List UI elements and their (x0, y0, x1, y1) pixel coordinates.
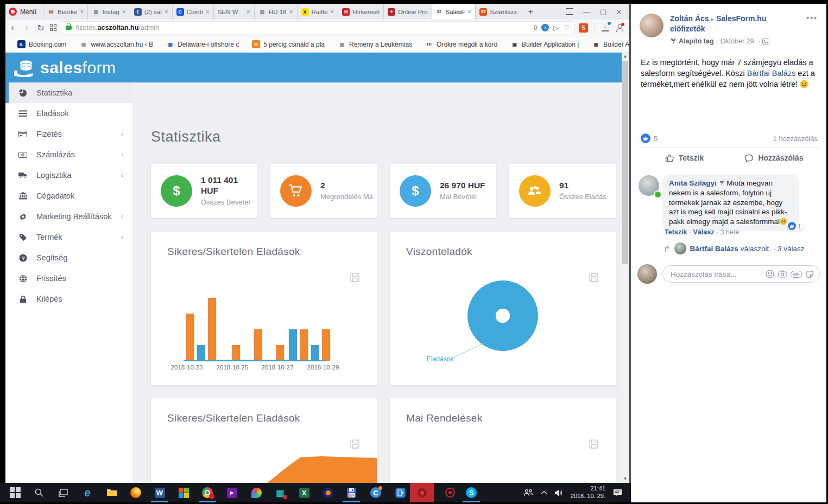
taskbar-photos-button[interactable]: ▦ (274, 486, 287, 499)
tab-close-icon[interactable]: × (80, 8, 84, 16)
sidebar-item-számlázás[interactable]: $Számlázás‹ (5, 144, 132, 165)
like-thumb-icon[interactable] (641, 133, 650, 143)
adblock-shield-icon[interactable]: × (541, 24, 549, 31)
bookmark-item[interactable]: ▣Builder Application | | (585, 40, 629, 48)
reply-summary-row[interactable]: ↳ Bártfai Balázs válaszolt. · 3 válasz (663, 243, 804, 254)
bookmark-item[interactable]: ▣Builder Application | (504, 40, 585, 48)
taskbar-ball-button[interactable] (321, 486, 334, 499)
taskbar-clock[interactable]: 21:41 2018. 10. 29. (571, 485, 605, 500)
gif-icon[interactable]: GIF (791, 271, 802, 278)
taskbar-ccleaner-button[interactable]: C (369, 486, 382, 499)
taskbar-red-gear-button[interactable] (444, 486, 457, 499)
tab-instag[interactable]: ▤Instag× (87, 4, 129, 20)
mention-link[interactable]: Bártfai Balázs (747, 69, 795, 78)
bookmark-item[interactable]: ▤www.acszoltan.hu ‹ B (73, 40, 160, 48)
sidebar-item-eladások[interactable]: Eladások (5, 103, 132, 124)
taskbar-search-button[interactable] (33, 486, 46, 499)
tab-close-icon[interactable]: × (289, 8, 293, 16)
sidebar-item-logisztika[interactable]: Logisztika‹ (5, 165, 132, 186)
camera-icon[interactable] (778, 270, 787, 278)
sticker-icon[interactable] (806, 270, 814, 278)
back-button[interactable]: ‹ (5, 23, 20, 33)
like-button[interactable]: Tetszik (640, 148, 729, 168)
bookmark-item[interactable]: B5 percig csináld a pla (245, 40, 331, 48)
action-center-icon[interactable] (613, 489, 622, 497)
taskbar-floppy-app-button[interactable] (345, 486, 358, 499)
downloads-icon[interactable] (602, 24, 609, 31)
comment-author-name[interactable]: Anita Szilágyi (669, 179, 717, 187)
comment-count[interactable]: 1 hozzászólás (773, 135, 818, 143)
tab-salesf[interactable]: SfSalesF× (432, 4, 476, 20)
tab-close-icon[interactable]: × (165, 8, 168, 16)
sidebar-item-segítség[interactable]: ?Segítség (5, 247, 132, 268)
browser-scrollbar[interactable]: ▲ ▼ (622, 53, 629, 483)
sidebar-item-fizetés[interactable]: Fizetés‹ (5, 124, 132, 144)
bookmark-item[interactable]: ▦Delaware-i offshore c (160, 40, 245, 48)
tab-menu-icon[interactable] (566, 8, 573, 15)
tab-sz-ml-zz-[interactable]: SZSzámlázz. (475, 4, 522, 20)
tab-online-pro[interactable]: +Online Pro (383, 4, 431, 20)
people-icon[interactable] (523, 489, 533, 496)
tray-expand-chevron-icon[interactable] (541, 490, 547, 495)
tab-close-icon[interactable]: × (122, 8, 126, 16)
save-chart-icon[interactable] (589, 439, 598, 451)
salesform-logo[interactable]: salesform (14, 59, 116, 77)
taskbar-excel-button[interactable]: X (298, 486, 311, 499)
post-date[interactable]: Október 29. (720, 37, 756, 45)
taskbar-word-button[interactable]: W (153, 486, 166, 499)
bookmark-item[interactable]: ▤Remény a Leukémiás (331, 40, 419, 48)
comment-reply-link[interactable]: Válasz (693, 228, 715, 236)
taskbar-chrome-button[interactable] (201, 486, 214, 499)
comment-like-badge[interactable]: 1 (787, 221, 804, 231)
sidebar-item-kilépés[interactable]: Kilépés (5, 289, 132, 309)
bookmark-item[interactable]: ıTıÖrökre megöli a körö (419, 40, 504, 48)
sidebar-item-termék[interactable]: Termék‹ (5, 227, 132, 247)
scrollbar-thumb[interactable] (622, 61, 628, 264)
profile-icon[interactable] (616, 24, 623, 31)
tab-sen-w[interactable]: SEN W× (213, 4, 254, 20)
tab-h-rkeres-[interactable]: HHírkereső (338, 4, 383, 20)
taskbar-your-phone-button[interactable] (394, 486, 407, 499)
taskbar-skype-button[interactable]: S (465, 486, 478, 499)
reload-button[interactable]: ↻ (34, 23, 48, 33)
emoji-icon[interactable] (766, 270, 774, 278)
new-tab-button[interactable]: + (522, 7, 538, 17)
taskbar-task-view-button[interactable] (56, 486, 69, 499)
sidebar-item-cégadatok[interactable]: Cégadatok (5, 186, 132, 206)
taskbar-store-button[interactable] (177, 486, 190, 499)
forward-button[interactable]: › (20, 23, 34, 33)
comment-button[interactable]: Hozzászólás (729, 148, 819, 168)
taskbar-firefox-button[interactable] (129, 486, 142, 499)
bookmark-item[interactable]: B.Booking.com (11, 40, 73, 48)
bookmark-heart-icon[interactable]: ♡ (563, 24, 570, 32)
opera-menu-button[interactable]: Menü (5, 8, 43, 16)
tab--2-sal[interactable]: f(2) sal× (130, 4, 172, 20)
post-author-avatar[interactable] (640, 14, 663, 37)
sidebar-item-statisztika[interactable]: Statisztika (5, 82, 132, 103)
tab-hu-18[interactable]: ▤HU 18× (254, 4, 297, 20)
volume-icon[interactable] (555, 489, 563, 496)
share-icon[interactable]: ▷ (553, 24, 559, 32)
speed-dial-icon[interactable] (50, 24, 56, 31)
sidebar-item-marketing-beállítások[interactable]: Marketing Beállítások‹ (5, 206, 132, 227)
scroll-down-arrow[interactable]: ▼ (622, 475, 629, 483)
taskbar-paint3d-button[interactable] (250, 486, 263, 499)
post-author-name[interactable]: Zoltán Ács (670, 14, 709, 23)
tab-close-icon[interactable]: × (206, 8, 210, 16)
taskbar-start-button[interactable] (9, 486, 22, 499)
address-bar[interactable]: fizetes.acszoltan.hu/admin 0 × ▷ ♡ (61, 21, 574, 34)
taskbar-file-explorer-button[interactable] (105, 486, 118, 499)
restore-button[interactable]: ▢ (600, 8, 606, 16)
comment-input[interactable]: Hozzászólás írása... GIF (662, 265, 820, 283)
tab-close-icon[interactable]: × (246, 8, 250, 16)
extension-icon[interactable]: 5 (579, 23, 588, 33)
taskbar-opera-button[interactable] (410, 483, 434, 502)
scroll-up-arrow[interactable]: ▲ (622, 53, 629, 60)
sidebar-item-frissítés[interactable]: Frissítés (5, 268, 132, 289)
save-chart-icon[interactable] (350, 273, 359, 284)
tab-raiffe[interactable]: XRaiffe× (297, 4, 338, 20)
comment-like-link[interactable]: Tetszik (665, 228, 687, 236)
tab-be-rke[interactable]: MBeérke× (43, 4, 87, 20)
post-menu-button[interactable]: ••• (806, 14, 818, 22)
tab-close-icon[interactable]: × (467, 8, 471, 16)
